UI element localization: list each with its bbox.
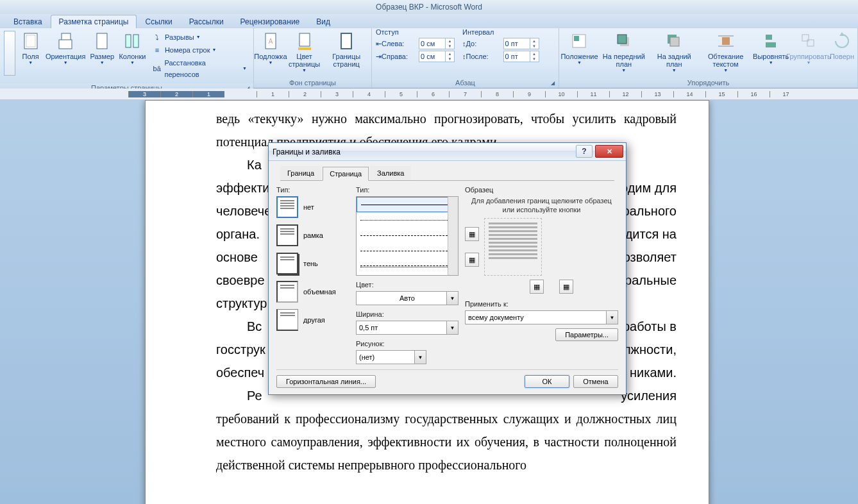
tab-insert[interactable]: Вставка — [5, 15, 51, 28]
style-scrollbar[interactable] — [448, 197, 458, 275]
art-label: Рисунок: — [356, 340, 458, 348]
dialog-title: Границы и заливка — [273, 147, 341, 156]
horizontal-line-button[interactable]: Горизонтальная линия... — [276, 375, 376, 388]
tab-page[interactable]: Страница — [323, 167, 369, 181]
type-shadow[interactable]: тень — [276, 253, 356, 274]
indent-heading: Отступ — [374, 28, 456, 37]
help-button[interactable]: ? — [576, 145, 593, 158]
type-3d[interactable]: объемная — [276, 281, 356, 303]
margins-icon — [21, 31, 41, 51]
window-title: Образец ВКР - Microsoft Word — [376, 3, 482, 12]
style-list[interactable] — [356, 196, 458, 276]
type-none[interactable]: нет — [276, 196, 356, 218]
watermark-icon: A — [260, 31, 281, 51]
svg-rect-18 — [722, 37, 730, 45]
color-label: Цвет: — [356, 281, 458, 289]
rotate-button[interactable]: Поверн — [829, 29, 855, 62]
svg-rect-6 — [133, 35, 139, 47]
position-button[interactable]: Положение▼ — [562, 29, 597, 66]
indent-right-icon: ⇥ — [376, 53, 382, 61]
apply-to-combo[interactable]: всему документу▼ — [465, 310, 618, 324]
width-label: Ширина: — [356, 310, 458, 318]
border-right-button[interactable]: ▦ — [559, 280, 573, 294]
align-button[interactable]: Выровнять▼ — [753, 29, 787, 66]
line-numbers-button[interactable]: ≡Номера строк ▼ — [149, 44, 249, 56]
svg-text:A: A — [269, 38, 273, 45]
chevron-down-icon: ▼ — [606, 311, 618, 324]
svg-rect-9 — [299, 33, 310, 46]
line-numbers-icon: ≡ — [152, 45, 162, 55]
spacing-after-input[interactable]: 0 пт▲▼ — [503, 51, 539, 62]
spacing-before-input[interactable]: 0 пт▲▼ — [503, 38, 539, 49]
dialog-titlebar[interactable]: Границы и заливка ? ✕ — [269, 143, 626, 161]
hyphenation-icon: bā — [152, 63, 162, 74]
borders-shading-dialog: Границы и заливка ? ✕ Граница Страница З… — [268, 142, 627, 395]
tab-page-layout[interactable]: Разметка страницы — [51, 15, 137, 28]
close-button[interactable]: ✕ — [595, 145, 623, 158]
tab-mailings[interactable]: Рассылки — [181, 15, 232, 28]
svg-rect-22 — [766, 42, 776, 47]
color-combo[interactable]: Авто▼ — [356, 291, 458, 305]
ok-button[interactable]: ОК — [525, 375, 569, 388]
border-top-button[interactable]: ▦ — [465, 227, 479, 241]
ribbon: Поля ▼ Ориентация ▼ Размер ▼ Колонки ▼ ⤵… — [0, 28, 858, 88]
page-color-button[interactable]: Цвет страницы ▼ — [285, 29, 324, 74]
chevron-down-icon: ▼ — [63, 60, 68, 65]
margins-button[interactable]: Поля ▼ — [18, 29, 44, 66]
bring-front-button[interactable]: На передний план▼ — [597, 29, 651, 74]
watermark-button[interactable]: A Подложка ▼ — [257, 29, 285, 66]
tab-shading[interactable]: Заливка — [370, 166, 411, 180]
indent-left-input[interactable]: 0 см▲▼ — [419, 38, 455, 49]
svg-rect-13 — [574, 36, 579, 41]
text-wrap-icon — [716, 31, 736, 51]
border-left-button[interactable]: ▦ — [530, 280, 544, 294]
paragraph-launcher[interactable]: ◢ — [548, 78, 557, 87]
send-back-icon — [664, 31, 684, 51]
columns-icon — [122, 31, 142, 51]
svg-rect-10 — [298, 47, 311, 50]
text-wrap-button[interactable]: Обтекание текстом▼ — [698, 29, 754, 74]
border-bottom-button[interactable]: ▦ — [465, 253, 479, 267]
position-icon — [569, 31, 589, 51]
horizontal-ruler[interactable]: 3211234567891011121314151617 — [0, 88, 858, 100]
svg-rect-21 — [766, 35, 772, 40]
chevron-down-icon: ▼ — [268, 60, 273, 65]
tab-border[interactable]: Граница — [280, 166, 321, 180]
ribbon-tabs: Вставка Разметка страницы Ссылки Рассылк… — [0, 14, 858, 28]
page-borders-button[interactable]: Границы страниц — [324, 29, 369, 69]
type-box[interactable]: рамка — [276, 224, 356, 246]
svg-rect-17 — [670, 37, 679, 46]
breaks-button[interactable]: ⤵Разрывы ▼ — [149, 31, 249, 44]
cancel-button[interactable]: Отмена — [573, 375, 618, 388]
columns-button[interactable]: Колонки ▼ — [117, 29, 148, 66]
hyphenation-button[interactable]: bāРасстановка переносов ▼ — [149, 56, 249, 81]
page-borders-icon — [336, 31, 357, 51]
svg-rect-5 — [126, 35, 131, 47]
chevron-down-icon: ▼ — [302, 68, 307, 72]
titlebar: Образец ВКР - Microsoft Word — [0, 0, 858, 14]
art-combo[interactable]: (нет)▼ — [356, 350, 426, 364]
chevron-down-icon: ▼ — [414, 351, 426, 364]
chevron-down-icon: ▼ — [130, 60, 135, 65]
preview-page[interactable] — [484, 218, 542, 276]
chevron-down-icon: ▼ — [100, 60, 105, 65]
tab-references[interactable]: Ссылки — [137, 15, 180, 28]
tab-review[interactable]: Рецензирование — [232, 15, 308, 28]
options-button[interactable]: Параметры... — [555, 328, 618, 341]
preview-label: Образец — [465, 186, 618, 194]
type-custom[interactable]: другая — [276, 309, 356, 331]
svg-rect-4 — [97, 33, 107, 49]
apply-to-label: Применить к: — [465, 300, 618, 308]
tab-view[interactable]: Вид — [308, 15, 339, 28]
size-button[interactable]: Размер ▼ — [88, 29, 117, 66]
svg-rect-15 — [618, 35, 627, 44]
breaks-icon: ⤵ — [152, 32, 162, 42]
width-combo[interactable]: 0,5 пт▼ — [356, 321, 458, 335]
group-button[interactable]: Группировать▼ — [788, 29, 829, 66]
chevron-down-icon: ▼ — [446, 292, 458, 305]
send-back-button[interactable]: На задний план▼ — [651, 29, 698, 74]
style-label: Тип: — [356, 186, 458, 194]
indent-right-input[interactable]: 0 см▲▼ — [419, 51, 455, 62]
group-icon — [798, 31, 819, 51]
orientation-button[interactable]: Ориентация ▼ — [44, 29, 88, 66]
